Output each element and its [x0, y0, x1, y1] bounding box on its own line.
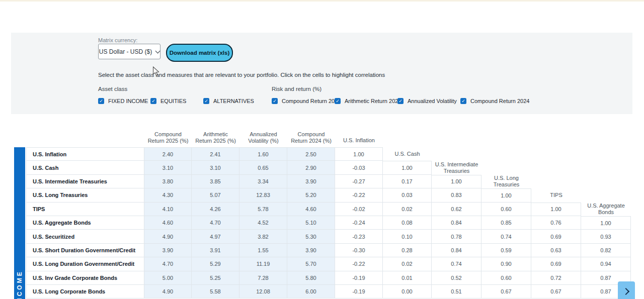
measure-cell: 4.90: [144, 230, 192, 243]
row-label: U.S. Long Treasuries: [26, 188, 144, 202]
checkbox-label: Annualized Volatility: [408, 98, 457, 104]
column-header-measure: Annualized Volatility (%): [239, 123, 287, 147]
checkbox-label: EQUITIES: [160, 98, 186, 104]
correlation-cell[interactable]: 0.83: [432, 188, 481, 202]
column-header-measure: Compound Return 2025 (%): [144, 123, 192, 147]
correlation-cell[interactable]: 0.59: [481, 244, 531, 257]
measure-cell: 1.60: [239, 147, 287, 161]
correlation-cell[interactable]: 0.78: [432, 230, 481, 243]
row-label: U.S. Aggregate Bonds: [26, 216, 144, 230]
correlation-cell[interactable]: -0.19: [335, 285, 383, 298]
checkbox-checked-icon[interactable]: ✓: [98, 98, 104, 104]
checkbox-label: Compound Return 2025: [282, 98, 341, 104]
correlation-cell[interactable]: 0.74: [432, 257, 481, 271]
correlation-cell[interactable]: 0.62: [432, 203, 481, 216]
checkbox-risk-arithmetic-return-2025[interactable]: ✓Arithmetic Return 2025: [335, 98, 401, 104]
checkbox-asset-fixed-income[interactable]: ✓FIXED INCOME: [98, 98, 148, 104]
correlation-cell[interactable]: 1.00: [335, 147, 383, 161]
measure-cell: 3.10: [144, 161, 192, 174]
correlation-cell[interactable]: 0.63: [531, 244, 581, 257]
measure-cell: 4.90: [144, 285, 192, 298]
correlation-cell[interactable]: 0.03: [383, 188, 432, 202]
correlation-cell[interactable]: 0.93: [581, 230, 631, 243]
checkbox-label: FIXED INCOME: [108, 98, 148, 104]
correlation-cell[interactable]: 0.72: [531, 271, 581, 285]
correlation-cell[interactable]: -0.03: [335, 161, 383, 174]
correlation-cell[interactable]: 0.67: [481, 285, 531, 298]
correlation-cell[interactable]: 0.17: [383, 175, 432, 188]
row-label: U.S. Inv Grade Corporate Bonds: [26, 271, 144, 285]
correlation-cell[interactable]: 0.00: [383, 285, 432, 298]
correlation-cell[interactable]: 0.60: [481, 203, 531, 216]
scroll-right-button[interactable]: [618, 281, 635, 299]
measure-cell: 4.30: [144, 188, 192, 202]
currency-dropdown[interactable]: US Dollar - USD ($): [98, 44, 160, 59]
checkbox-checked-icon[interactable]: ✓: [397, 98, 404, 104]
checkbox-label: Compound Return 2024: [470, 98, 529, 104]
correlation-cell[interactable]: 0.84: [432, 216, 481, 230]
correlation-cell[interactable]: -0.19: [335, 271, 383, 285]
checkbox-checked-icon[interactable]: ✓: [460, 98, 466, 104]
checkbox-checked-icon[interactable]: ✓: [203, 98, 209, 104]
correlation-cell[interactable]: 0.08: [383, 216, 432, 230]
measure-cell: 2.90: [287, 161, 335, 174]
measure-cell: 1.55: [239, 244, 287, 257]
correlation-cell[interactable]: 0.85: [481, 216, 531, 230]
correlation-cell[interactable]: 0.74: [481, 230, 531, 243]
correlation-cell[interactable]: 1.00: [383, 161, 432, 174]
correlation-cell[interactable]: -0.22: [335, 257, 383, 271]
fixed-income-group-label: FIXED INCOME: [16, 270, 23, 299]
measure-cell: 12.83: [239, 188, 287, 202]
correlation-cell[interactable]: 0.02: [383, 257, 432, 271]
checkbox-risk-compound-return-2024[interactable]: ✓Compound Return 2024: [460, 98, 529, 104]
correlation-cell[interactable]: -0.02: [335, 203, 383, 216]
correlation-cell[interactable]: 0.84: [432, 244, 481, 257]
correlation-cell[interactable]: 0.51: [432, 285, 481, 298]
instruction-text: Select the asset class and measures that…: [98, 72, 385, 78]
correlation-cell[interactable]: 0.90: [481, 257, 531, 271]
matrix-controls-panel: Matrix currency: US Dollar - USD ($) Dow…: [11, 33, 632, 114]
correlation-cell[interactable]: 0.02: [383, 203, 432, 216]
measure-cell: 3.90: [144, 244, 192, 257]
correlation-cell[interactable]: 0.28: [383, 244, 432, 257]
checkbox-risk-annualized-volatility[interactable]: ✓Annualized Volatility: [397, 98, 457, 104]
correlation-cell[interactable]: 0.67: [531, 285, 581, 298]
checkbox-asset-equities[interactable]: ✓EQUITIES: [150, 98, 186, 104]
correlation-cell[interactable]: 0.52: [432, 271, 481, 285]
measure-cell: 5.58: [192, 285, 239, 298]
checkbox-checked-icon[interactable]: ✓: [335, 98, 341, 104]
correlation-cell[interactable]: -0.23: [335, 230, 383, 243]
currency-dropdown-value: US Dollar - USD ($): [99, 48, 152, 55]
download-matrix-button[interactable]: Download matrix (xls): [166, 44, 233, 62]
correlation-cell[interactable]: 0.76: [531, 216, 581, 230]
measure-cell: 4.52: [239, 216, 287, 230]
correlation-cell[interactable]: 1.00: [531, 203, 581, 216]
correlation-cell[interactable]: 0.69: [531, 230, 581, 243]
correlation-cell[interactable]: 1.00: [581, 216, 631, 230]
correlation-cell[interactable]: 0.10: [383, 230, 432, 243]
checkbox-checked-icon[interactable]: ✓: [150, 98, 156, 104]
correlation-cell[interactable]: -0.30: [335, 244, 383, 257]
measure-cell: 2.41: [192, 147, 239, 161]
correlation-cell[interactable]: 1.00: [432, 175, 481, 188]
correlation-cell[interactable]: 0.60: [481, 271, 531, 285]
checkbox-checked-icon[interactable]: ✓: [272, 98, 278, 104]
row-label: U.S. Short Duration Government/Credit: [26, 244, 144, 257]
measure-cell: 5.20: [287, 188, 335, 202]
row-label: U.S. Intermediate Treasuries: [26, 175, 144, 188]
measure-cell: 5.07: [192, 188, 239, 202]
column-header-correlation: U.S. Long Treasuries: [481, 175, 531, 188]
correlation-cell[interactable]: 0.82: [581, 244, 631, 257]
correlation-cell[interactable]: -0.24: [335, 216, 383, 230]
correlation-cell[interactable]: 0.69: [531, 257, 581, 271]
correlation-cell[interactable]: 0.94: [581, 257, 631, 271]
checkbox-label: Arithmetic Return 2025: [345, 98, 401, 104]
correlation-cell[interactable]: 0.01: [383, 271, 432, 285]
checkbox-risk-compound-return-2025[interactable]: ✓Compound Return 2025: [272, 98, 341, 104]
correlation-cell[interactable]: -0.27: [335, 175, 383, 188]
correlation-cell[interactable]: -0.22: [335, 188, 383, 202]
column-header-correlation: U.S. Cash: [383, 147, 432, 161]
correlation-cell[interactable]: 1.00: [481, 188, 531, 202]
matrix-currency-label: Matrix currency:: [98, 37, 137, 43]
checkbox-asset-alternatives[interactable]: ✓ALTERNATIVES: [203, 98, 254, 104]
